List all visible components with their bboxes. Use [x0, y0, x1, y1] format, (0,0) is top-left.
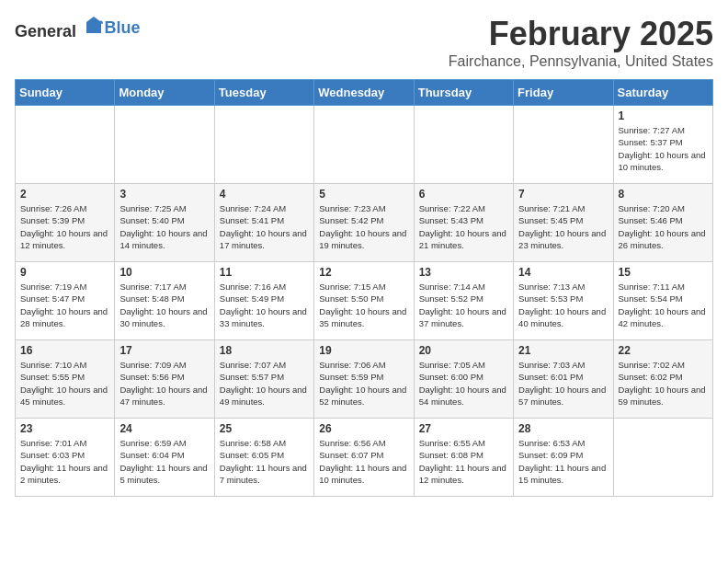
sunrise-label: Sunrise: 6:58 AM [220, 438, 286, 448]
sunset-label: Sunset: 6:01 PM [518, 372, 583, 382]
daylight-label: Daylight: 10 hours and 59 minutes. [619, 385, 706, 407]
sunset-label: Sunset: 5:42 PM [319, 215, 383, 225]
table-row: 28 Sunrise: 6:53 AM Sunset: 6:09 PM Dayl… [514, 419, 613, 497]
sunset-label: Sunset: 6:02 PM [619, 372, 683, 382]
header-tuesday: Tuesday [214, 80, 313, 106]
calendar-week-row: 9 Sunrise: 7:19 AM Sunset: 5:47 PM Dayli… [16, 262, 713, 340]
sunrise-label: Sunrise: 7:14 AM [419, 282, 485, 292]
day-info: Sunrise: 7:09 AM Sunset: 5:56 PM Dayligh… [119, 359, 209, 408]
header-wednesday: Wednesday [314, 80, 414, 106]
sunrise-label: Sunrise: 7:03 AM [518, 360, 585, 370]
sunrise-label: Sunrise: 7:16 AM [220, 282, 286, 292]
sunset-label: Sunset: 5:48 PM [119, 293, 184, 304]
sunset-label: Sunset: 5:40 PM [119, 215, 184, 225]
sunrise-label: Sunrise: 7:19 AM [20, 282, 86, 292]
table-row: 20 Sunrise: 7:05 AM Sunset: 6:00 PM Dayl… [414, 340, 513, 419]
day-number: 19 [319, 344, 408, 357]
sunset-label: Sunset: 5:37 PM [619, 137, 683, 147]
sunrise-label: Sunrise: 7:07 AM [220, 360, 286, 370]
daylight-label: Daylight: 10 hours and 40 minutes. [518, 306, 606, 328]
table-row: 4 Sunrise: 7:24 AM Sunset: 5:41 PM Dayli… [214, 184, 313, 262]
sunset-label: Sunset: 5:52 PM [419, 293, 483, 304]
day-number: 13 [419, 266, 508, 279]
sunset-label: Sunset: 5:57 PM [220, 372, 284, 382]
day-number: 2 [20, 188, 109, 201]
table-row [214, 106, 313, 184]
day-number: 4 [220, 188, 309, 201]
day-info: Sunrise: 6:56 AM Sunset: 6:07 PM Dayligh… [319, 437, 408, 486]
sunrise-label: Sunrise: 6:56 AM [319, 438, 385, 448]
table-row [613, 419, 712, 497]
header-monday: Monday [115, 80, 214, 106]
day-info: Sunrise: 7:15 AM Sunset: 5:50 PM Dayligh… [319, 281, 408, 329]
day-info: Sunrise: 7:16 AM Sunset: 5:49 PM Dayligh… [220, 281, 309, 329]
sunset-label: Sunset: 5:49 PM [220, 293, 284, 304]
daylight-label: Daylight: 10 hours and 12 minutes. [20, 228, 108, 250]
daylight-label: Daylight: 11 hours and 7 minutes. [220, 463, 307, 485]
day-number: 28 [518, 422, 608, 435]
day-number: 25 [220, 422, 309, 435]
sunrise-label: Sunrise: 7:11 AM [619, 282, 685, 292]
sunrise-label: Sunrise: 7:20 AM [619, 203, 685, 213]
table-row: 9 Sunrise: 7:19 AM Sunset: 5:47 PM Dayli… [16, 262, 115, 340]
daylight-label: Daylight: 11 hours and 5 minutes. [119, 463, 207, 485]
daylight-label: Daylight: 10 hours and 47 minutes. [119, 385, 207, 407]
sunset-label: Sunset: 6:07 PM [319, 450, 383, 460]
daylight-label: Daylight: 11 hours and 15 minutes. [518, 463, 606, 485]
daylight-label: Daylight: 11 hours and 2 minutes. [20, 463, 108, 485]
sunrise-label: Sunrise: 7:25 AM [119, 203, 186, 213]
daylight-label: Daylight: 10 hours and 33 minutes. [220, 306, 307, 328]
calendar-week-row: 16 Sunrise: 7:10 AM Sunset: 5:55 PM Dayl… [16, 340, 713, 419]
sunset-label: Sunset: 5:56 PM [119, 372, 184, 382]
table-row: 1 Sunrise: 7:27 AM Sunset: 5:37 PM Dayli… [613, 106, 712, 184]
daylight-label: Daylight: 10 hours and 35 minutes. [319, 306, 406, 328]
day-info: Sunrise: 7:10 AM Sunset: 5:55 PM Dayligh… [20, 359, 109, 408]
sunrise-label: Sunrise: 7:02 AM [619, 360, 685, 370]
sunrise-label: Sunrise: 7:27 AM [619, 125, 685, 135]
table-row: 5 Sunrise: 7:23 AM Sunset: 5:42 PM Dayli… [314, 184, 414, 262]
table-row: 26 Sunrise: 6:56 AM Sunset: 6:07 PM Dayl… [314, 419, 414, 497]
table-row: 16 Sunrise: 7:10 AM Sunset: 5:55 PM Dayl… [16, 340, 115, 419]
table-row: 18 Sunrise: 7:07 AM Sunset: 5:57 PM Dayl… [214, 340, 313, 419]
table-row: 12 Sunrise: 7:15 AM Sunset: 5:50 PM Dayl… [314, 262, 414, 340]
day-info: Sunrise: 7:02 AM Sunset: 6:02 PM Dayligh… [619, 359, 708, 408]
sunrise-label: Sunrise: 7:05 AM [419, 360, 485, 370]
daylight-label: Daylight: 10 hours and 28 minutes. [20, 306, 108, 328]
header-saturday: Saturday [613, 80, 712, 106]
day-info: Sunrise: 7:22 AM Sunset: 5:43 PM Dayligh… [419, 202, 508, 251]
sunset-label: Sunset: 5:45 PM [518, 215, 583, 225]
header: General Blue February 2025 Fairchance, P… [15, 15, 713, 70]
day-info: Sunrise: 6:53 AM Sunset: 6:09 PM Dayligh… [518, 437, 608, 486]
weekday-header-row: Sunday Monday Tuesday Wednesday Thursday… [16, 80, 713, 106]
day-number: 5 [319, 188, 408, 201]
sunset-label: Sunset: 6:08 PM [419, 450, 483, 460]
logo-general-text: General [15, 22, 76, 40]
sunrise-label: Sunrise: 6:59 AM [119, 438, 186, 448]
daylight-label: Daylight: 10 hours and 26 minutes. [619, 228, 706, 250]
sunrise-label: Sunrise: 6:55 AM [419, 438, 485, 448]
sunset-label: Sunset: 5:46 PM [619, 215, 683, 225]
logo-icon [83, 15, 105, 37]
sunrise-label: Sunrise: 7:06 AM [319, 360, 385, 370]
day-number: 16 [20, 344, 109, 357]
day-info: Sunrise: 7:17 AM Sunset: 5:48 PM Dayligh… [119, 281, 209, 329]
daylight-label: Daylight: 10 hours and 30 minutes. [119, 306, 207, 328]
day-info: Sunrise: 7:07 AM Sunset: 5:57 PM Dayligh… [220, 359, 309, 408]
day-info: Sunrise: 7:21 AM Sunset: 5:45 PM Dayligh… [518, 202, 608, 251]
day-info: Sunrise: 7:23 AM Sunset: 5:42 PM Dayligh… [319, 202, 408, 251]
day-number: 3 [119, 188, 209, 201]
sunset-label: Sunset: 6:00 PM [419, 372, 483, 382]
sunset-label: Sunset: 5:41 PM [220, 215, 284, 225]
sunset-label: Sunset: 5:55 PM [20, 372, 85, 382]
sunrise-label: Sunrise: 7:09 AM [119, 360, 186, 370]
day-number: 14 [518, 266, 608, 279]
table-row [414, 106, 513, 184]
sunset-label: Sunset: 5:50 PM [319, 293, 383, 304]
daylight-label: Daylight: 10 hours and 23 minutes. [518, 228, 606, 250]
header-friday: Friday [514, 80, 613, 106]
table-row: 27 Sunrise: 6:55 AM Sunset: 6:08 PM Dayl… [414, 419, 513, 497]
day-number: 8 [619, 188, 708, 201]
daylight-label: Daylight: 11 hours and 12 minutes. [419, 463, 506, 485]
table-row: 13 Sunrise: 7:14 AM Sunset: 5:52 PM Dayl… [414, 262, 513, 340]
day-number: 18 [220, 344, 309, 357]
